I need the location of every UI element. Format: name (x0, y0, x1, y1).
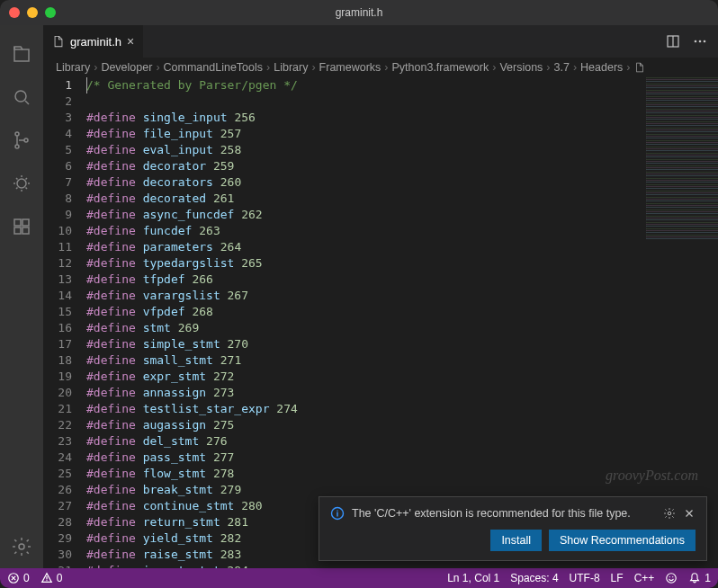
code-line[interactable]: #define varargslist 267 (86, 288, 718, 304)
line-number: 1 (43, 77, 72, 94)
code-line[interactable]: #define stmt 269 (86, 320, 718, 336)
chevron-right-icon: › (626, 61, 630, 74)
close-window-button[interactable] (9, 7, 20, 18)
chevron-right-icon: › (266, 61, 270, 74)
tab-close-icon[interactable]: × (127, 34, 134, 49)
status-feedback-icon[interactable] (665, 572, 678, 584)
activity-bar (0, 25, 43, 568)
traffic-lights (9, 7, 56, 18)
line-number: 14 (43, 288, 72, 304)
code-line[interactable]: #define small_stmt 271 (86, 352, 718, 369)
status-notifications[interactable]: 1 (688, 572, 711, 584)
breadcrumb-segment[interactable]: Python3.framework (392, 61, 489, 74)
breadcrumb-segment[interactable]: Developer (101, 61, 152, 74)
status-encoding[interactable]: UTF-8 (570, 572, 600, 584)
notification-message: The 'C/C++' extension is recommended for… (352, 507, 656, 520)
more-actions-icon[interactable] (693, 34, 707, 49)
line-number: 24 (43, 450, 72, 466)
svg-point-11 (695, 40, 697, 43)
code-line[interactable]: #define import_stmt 284 (86, 563, 718, 568)
tab-label: graminit.h (70, 35, 121, 49)
status-warnings[interactable]: 0 (40, 572, 63, 584)
code-line[interactable]: #define augassign 275 (86, 417, 718, 433)
tab-bar: graminit.h × (43, 25, 718, 58)
breadcrumb-segment[interactable]: Library (56, 61, 90, 74)
line-number: 20 (43, 385, 72, 401)
status-cursor-position[interactable]: Ln 1, Col 1 (447, 572, 499, 584)
line-number-gutter: 1234567891011121314151617181920212223242… (43, 77, 86, 568)
line-number: 8 (43, 191, 72, 207)
svg-point-0 (15, 91, 26, 102)
code-area[interactable]: /* Generated by Parser/pgen */#define si… (86, 77, 718, 568)
breadcrumb-segment[interactable]: 3.7 (554, 61, 570, 74)
text-cursor (86, 77, 87, 94)
code-line[interactable]: #define del_stmt 276 (86, 433, 718, 450)
line-number: 11 (43, 239, 72, 255)
notification-close-icon[interactable] (683, 507, 696, 520)
split-editor-icon[interactable] (666, 34, 680, 49)
breadcrumb-segment[interactable]: CommandLineTools (164, 61, 263, 74)
notification-gear-icon[interactable] (663, 507, 676, 520)
debug-icon[interactable] (0, 162, 43, 205)
line-number: 10 (43, 223, 72, 239)
code-line[interactable]: /* Generated by Parser/pgen */ (86, 77, 718, 94)
code-line[interactable]: #define expr_stmt 272 (86, 369, 718, 385)
code-line[interactable]: #define pass_stmt 277 (86, 450, 718, 466)
code-line[interactable]: #define file_input 257 (86, 126, 718, 142)
status-errors[interactable]: 0 (7, 572, 30, 584)
source-control-icon[interactable] (0, 119, 43, 162)
svg-point-2 (15, 145, 19, 148)
code-line[interactable]: #define async_funcdef 262 (86, 207, 718, 223)
code-line[interactable]: #define flow_stmt 278 (86, 466, 718, 482)
breadcrumb-segment[interactable]: Frameworks (319, 61, 381, 74)
breadcrumb-segment[interactable]: Headers (580, 61, 623, 74)
tab-graminit[interactable]: graminit.h × (43, 25, 144, 58)
code-line[interactable]: #define simple_stmt 270 (86, 336, 718, 352)
code-line[interactable]: #define testlist_star_expr 274 (86, 401, 718, 417)
code-line[interactable]: #define decorated 261 (86, 191, 718, 207)
svg-rect-5 (14, 219, 21, 226)
chevron-right-icon: › (384, 61, 388, 74)
show-recommendations-button[interactable]: Show Recommendations (549, 530, 696, 551)
code-line[interactable]: #define decorator 259 (86, 158, 718, 174)
line-number: 7 (43, 174, 72, 191)
search-icon[interactable] (0, 76, 43, 119)
status-bar: 0 0 Ln 1, Col 1 Spaces: 4 UTF-8 LF C++ 1 (0, 568, 718, 588)
maximize-window-button[interactable] (45, 7, 56, 18)
chevron-right-icon: › (546, 61, 550, 74)
code-line[interactable]: #define decorators 260 (86, 174, 718, 191)
svg-point-3 (24, 138, 28, 142)
line-number: 6 (43, 158, 72, 174)
code-line[interactable]: #define funcdef 263 (86, 223, 718, 239)
breadcrumb-segment[interactable]: Versions (499, 61, 543, 74)
status-indentation[interactable]: Spaces: 4 (510, 572, 558, 584)
code-line[interactable]: #define annassign 273 (86, 385, 718, 401)
code-line[interactable]: #define typedargslist 265 (86, 255, 718, 272)
code-line[interactable]: #define eval_input 258 (86, 142, 718, 158)
code-line[interactable]: #define vfpdef 268 (86, 304, 718, 320)
code-line[interactable] (86, 94, 718, 110)
minimize-window-button[interactable] (27, 7, 38, 18)
editor[interactable]: 1234567891011121314151617181920212223242… (43, 77, 718, 568)
titlebar: graminit.h (0, 0, 718, 25)
explorer-icon[interactable] (0, 32, 43, 76)
svg-rect-6 (14, 227, 21, 234)
line-number: 21 (43, 401, 72, 417)
line-number: 27 (43, 498, 72, 514)
minimap[interactable] (646, 77, 718, 239)
line-number: 2 (43, 94, 72, 110)
svg-point-12 (699, 40, 702, 43)
status-eol[interactable]: LF (611, 572, 624, 584)
code-line[interactable]: #define parameters 264 (86, 239, 718, 255)
code-line[interactable]: #define tfpdef 266 (86, 272, 718, 288)
breadcrumb-segment[interactable]: Library (274, 61, 308, 74)
status-language[interactable]: C++ (634, 572, 655, 584)
line-number: 18 (43, 352, 72, 369)
code-line[interactable]: #define single_input 256 (86, 110, 718, 126)
chevron-right-icon: › (492, 61, 496, 74)
settings-gear-icon[interactable] (0, 525, 43, 568)
extensions-icon[interactable] (0, 205, 43, 248)
line-number: 17 (43, 336, 72, 352)
breadcrumb[interactable]: Library›Developer›CommandLineTools›Libra… (43, 58, 718, 77)
install-button[interactable]: Install (490, 530, 542, 551)
